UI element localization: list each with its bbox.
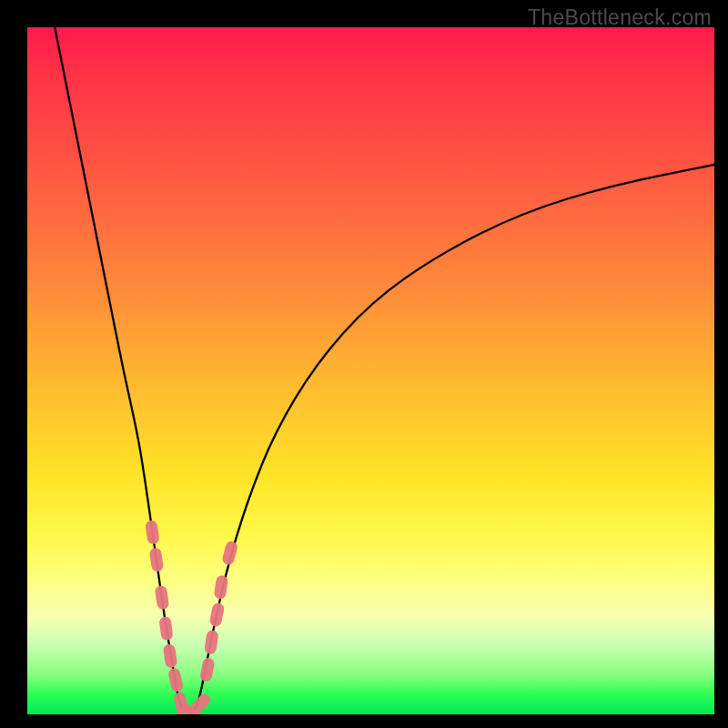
plot-area	[27, 27, 714, 714]
marker-point	[149, 547, 165, 572]
bottleneck-curve	[55, 27, 714, 714]
marker-point	[155, 585, 170, 611]
marker-point	[214, 575, 229, 601]
marker-point	[208, 602, 225, 627]
chart-svg	[27, 27, 714, 714]
marker-point	[167, 667, 184, 693]
marker-point	[204, 630, 219, 655]
highlight-markers	[145, 520, 238, 714]
marker-point	[221, 540, 238, 565]
chart-stage: TheBottleneck.com	[0, 0, 728, 728]
marker-point	[163, 643, 178, 669]
marker-point	[199, 657, 216, 682]
marker-point	[145, 520, 160, 545]
watermark-label: TheBottleneck.com	[528, 5, 712, 30]
marker-point	[158, 616, 173, 641]
